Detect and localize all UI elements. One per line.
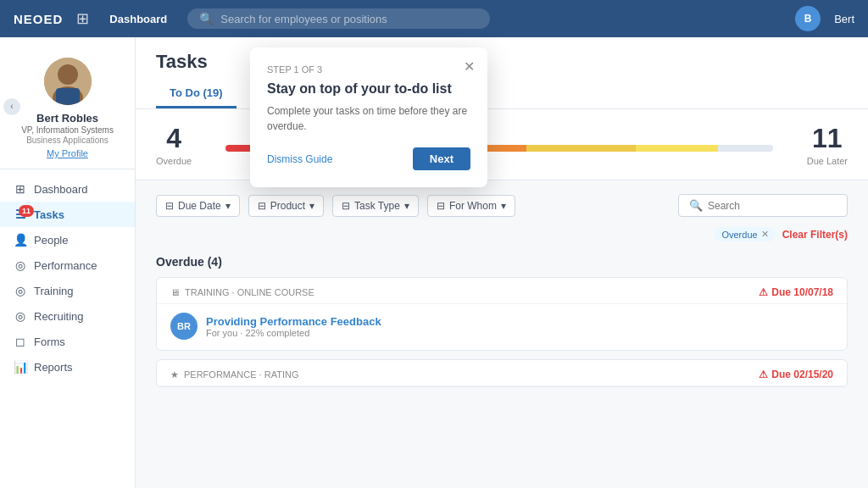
guide-actions: Dismiss Guide Next	[267, 147, 470, 170]
guide-dismiss-link[interactable]: Dismiss Guide	[267, 153, 332, 165]
guide-title: Stay on top of your to-do list	[267, 81, 470, 97]
guide-next-button[interactable]: Next	[413, 147, 470, 170]
guide-step: STEP 1 OF 3	[267, 64, 470, 75]
guide-modal: ✕ STEP 1 OF 3 Stay on top of your to-do …	[250, 47, 487, 187]
guide-close-button[interactable]: ✕	[460, 58, 477, 75]
guide-description: Complete your tasks on time before they …	[267, 103, 470, 134]
guide-overlay: ✕ STEP 1 OF 3 Stay on top of your to-do …	[0, 0, 868, 488]
